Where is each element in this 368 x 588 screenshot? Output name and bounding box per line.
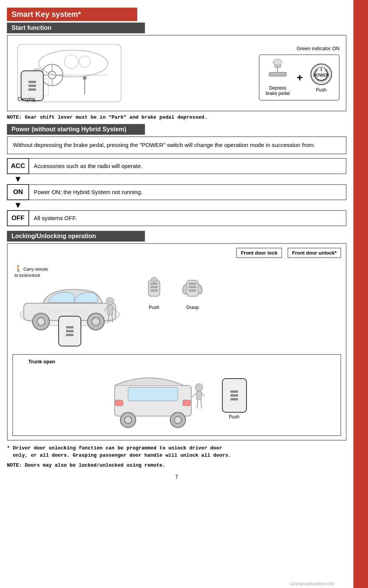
svg-point-52	[195, 384, 203, 391]
footer-note-remote: NOTE: Doors may also be locked/unlocked …	[7, 462, 347, 469]
svg-line-55	[202, 393, 205, 396]
carry-remote-icon: 🚶	[15, 265, 22, 272]
grasp-fob-svg	[177, 273, 208, 303]
key-fob-btn2	[28, 85, 36, 87]
front-door-lock-label: Front door lock	[236, 248, 282, 258]
lock-fob-btn3	[66, 334, 74, 336]
lock-scene: 🚶 Carry remote to lock/unlock	[12, 261, 341, 335]
push-fob-label: Push	[149, 305, 159, 310]
trunk-scene: Push	[18, 359, 336, 431]
mode-badge-off: OFF	[7, 210, 29, 226]
mode-badge-acc: ACC	[7, 158, 29, 174]
push-label: Push	[316, 87, 326, 93]
svg-rect-30	[107, 305, 113, 315]
mode-desc-acc: Accessories such as the radio will opera…	[29, 158, 347, 174]
svg-rect-53	[196, 391, 202, 400]
lock-fob-btn2	[66, 330, 74, 332]
svg-rect-16	[269, 72, 286, 76]
power-button-svg: POWER	[310, 63, 333, 86]
trunk-open-label: Trunk open	[28, 359, 55, 364]
plus-sign: +	[297, 72, 303, 84]
power-section-header: Power (without starting Hybrid System)	[7, 124, 347, 136]
start-function-illustration: Carrying Green indicator ON	[7, 35, 347, 111]
push-fob-group: Push	[139, 273, 169, 310]
trunk-fob-btn1	[230, 390, 238, 393]
push-button-group: POWER Push	[310, 63, 333, 93]
car-side-view-area: 🚶 Carry remote to lock/unlock	[12, 261, 131, 335]
trunk-fob-btn2	[230, 394, 238, 397]
arrow-on-to-off: ▼	[7, 201, 347, 209]
svg-line-57	[201, 400, 202, 408]
carrying-label: Carrying	[18, 96, 35, 102]
brake-pedal-svg	[267, 59, 288, 84]
front-door-unlock-label: Front door unlock*	[288, 248, 341, 258]
lock-labels-row: Front door lock Front door unlock*	[12, 248, 341, 258]
arrow-acc-to-on: ▼	[7, 175, 347, 183]
lock-right-panel: Push	[139, 273, 208, 310]
svg-rect-45	[128, 387, 178, 401]
start-function-title: Start function	[7, 23, 145, 33]
svg-point-49	[125, 416, 131, 423]
note-gear-shift: NOTE: Gear shift lever must be in "Park"…	[7, 114, 347, 120]
mode-rows: ACC Accessories such as the radio will o…	[7, 158, 347, 226]
svg-point-15	[79, 56, 90, 67]
svg-rect-36	[150, 283, 158, 285]
mode-row-off: OFF All systems OFF.	[7, 210, 347, 226]
svg-rect-41	[189, 283, 196, 285]
mode-row-acc: ACC Accessories such as the radio will o…	[7, 158, 347, 174]
locking-section-title: Locking/Unlocking operation	[7, 231, 145, 242]
svg-rect-42	[189, 286, 196, 288]
svg-rect-43	[189, 289, 196, 292]
key-fob-btn3	[28, 88, 36, 91]
svg-rect-38	[150, 289, 158, 292]
start-function-header: Start function	[7, 23, 347, 35]
locking-section-header: Locking/Unlocking operation	[7, 231, 347, 243]
svg-point-28	[92, 318, 100, 325]
svg-point-19	[273, 59, 282, 65]
grasp-fob-label: Grasp	[186, 305, 199, 310]
power-section-title: Power (without starting Hybrid System)	[7, 124, 145, 135]
mode-desc-off: All systems OFF.	[29, 210, 347, 226]
svg-point-14	[64, 55, 78, 69]
depress-brake-label: Depress brake pedal	[266, 85, 290, 96]
svg-line-56	[197, 400, 198, 408]
power-description: Without depressing the brake pedal, pres…	[7, 136, 347, 154]
mode-row-on: ON Power ON; the Hybrid System not runni…	[7, 184, 347, 200]
trunk-key-fob: Push	[222, 378, 247, 420]
key-fob-btn1	[28, 81, 36, 83]
svg-rect-46	[115, 400, 123, 406]
main-content: Smart Key system* Start function	[0, 0, 353, 588]
trunk-fob-btn3	[230, 398, 238, 400]
trunk-fob	[222, 378, 247, 413]
svg-point-13	[83, 76, 87, 80]
smart-key-title: Smart Key system*	[7, 8, 137, 21]
trunk-scene-svg	[107, 366, 214, 431]
svg-point-51	[174, 416, 181, 423]
brake-pedal-group: Depress brake pedal	[266, 59, 290, 96]
trunk-push-label: Push	[229, 414, 239, 420]
smart-key-header: Smart Key system*	[7, 8, 347, 23]
trunk-box: Trunk open	[12, 354, 341, 436]
green-indicator-label: Green indicator ON	[297, 46, 340, 51]
page-wrapper: Smart Key system* Start function	[0, 0, 368, 588]
svg-point-26	[37, 318, 45, 325]
lock-fob	[58, 316, 81, 346]
footer-note-driver-door: * Driver door unlocking function can be …	[7, 444, 347, 459]
mode-desc-on: Power ON; the Hybrid System not running.	[29, 184, 347, 200]
locking-illustration-box: Front door lock Front door unlock* 🚶 Car…	[7, 243, 347, 441]
svg-rect-37	[150, 286, 158, 288]
svg-point-39	[151, 277, 157, 282]
grasp-fob-group: Grasp	[177, 273, 208, 310]
push-grasp-group: Push	[139, 273, 208, 310]
svg-point-29	[106, 297, 114, 305]
car-interior-sketch: Carrying	[14, 41, 129, 106]
lock-key-fob	[58, 316, 81, 346]
carry-remote-note: 🚶 Carry remote to lock/unlock	[15, 265, 48, 278]
start-right-panel: Green indicator ON Depress brake pedal	[186, 46, 340, 101]
push-fob-svg	[139, 273, 169, 303]
watermark: carmanualsonline.info	[289, 581, 334, 586]
start-controls-box: Depress brake pedal + POWER	[259, 54, 340, 101]
right-sidebar	[353, 0, 368, 588]
svg-rect-47	[183, 400, 191, 406]
lock-fob-btn1	[66, 326, 74, 328]
